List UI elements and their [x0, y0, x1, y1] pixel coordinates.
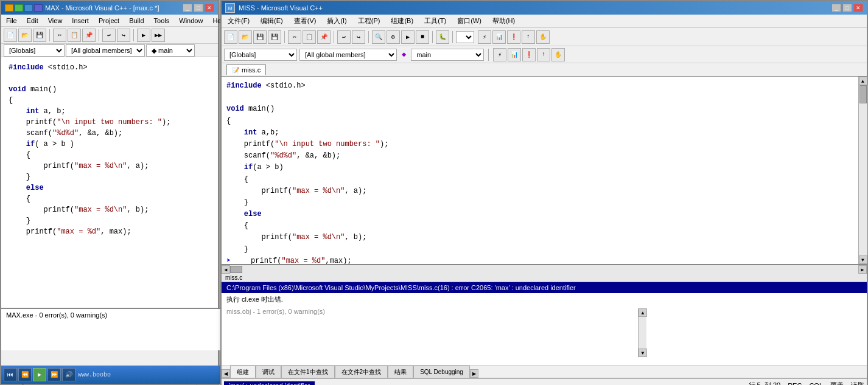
miss-tab-build[interactable]: 组建 — [230, 366, 256, 378]
miss-members-select[interactable]: [All global members] — [299, 49, 397, 61]
miss-tb2-btn5[interactable]: ✋ — [551, 48, 565, 61]
tb-paste[interactable]: 📌 — [82, 29, 96, 42]
tb-undo[interactable]: ↩ — [102, 29, 116, 42]
max-main-select[interactable]: ◆ main — [146, 44, 195, 57]
scroll-thumb[interactable] — [859, 85, 867, 103]
max-menu-window[interactable]: Window — [177, 16, 205, 25]
tb-save[interactable]: 💾 — [33, 29, 46, 42]
miss-tb-extra4[interactable]: ↑ — [522, 30, 535, 44]
miss-tb-open[interactable]: 📂 — [239, 30, 252, 44]
tabs-scroll-right[interactable]: ▶ — [470, 369, 478, 378]
tb-new[interactable]: 📄 — [4, 29, 17, 42]
miss-minimize-btn[interactable]: _ — [831, 4, 841, 12]
miss-tab-find2[interactable]: 在文件2中查找 — [335, 366, 388, 378]
scroll-right-btn[interactable]: ▶ — [858, 265, 867, 274]
miss-tb-debug[interactable]: 🐛 — [436, 30, 449, 44]
max-maximize-btn[interactable]: □ — [194, 4, 203, 12]
miss-tb-stop[interactable]: ■ — [416, 30, 429, 44]
miss-tb-undo[interactable]: ↩ — [337, 30, 351, 44]
max-menu-view[interactable]: View — [46, 16, 65, 25]
max-menu-build[interactable]: Build — [127, 16, 146, 25]
miss-menu-insert[interactable]: 插入(I) — [324, 16, 349, 26]
pb-forward-btn[interactable]: ⏩ — [47, 368, 61, 381]
miss-main-select[interactable]: main — [411, 49, 484, 61]
miss-output-line2: 执行 cl.exe 时出错. — [222, 293, 867, 306]
miss-code-editor[interactable]: #include <stdio.h> void main() { int a,b… — [222, 77, 858, 264]
max-menu-project[interactable]: Project — [96, 16, 122, 25]
miss-tb-extra1[interactable]: ⚡ — [478, 30, 491, 44]
miss-tab-results[interactable]: 结果 — [388, 366, 413, 378]
scroll-hthumb[interactable] — [230, 266, 242, 273]
miss-menu-project[interactable]: 工程(P) — [355, 16, 383, 26]
miss-scrollbar-v[interactable]: ▲ ▼ — [858, 77, 867, 264]
miss-tb-extra3[interactable]: ❗ — [507, 30, 520, 44]
miss-tb-save[interactable]: 💾 — [253, 30, 267, 44]
tb-cut[interactable]: ✂ — [53, 29, 66, 42]
miss-tab-find1[interactable]: 在文件1中查找 — [281, 366, 335, 378]
miss-menu-edit[interactable]: 编辑(E) — [258, 16, 285, 26]
miss-tb2-btn2[interactable]: 📊 — [508, 48, 521, 61]
pb-vol-btn[interactable]: 🔊 — [62, 368, 75, 381]
tb-build[interactable]: ▶ — [137, 29, 150, 42]
miss-tb-save2[interactable]: 💾 — [268, 30, 281, 44]
pb-play-btn[interactable]: ▶ — [33, 368, 46, 381]
scroll-down-btn[interactable]: ▼ — [859, 255, 867, 264]
miss-menu-help[interactable]: 帮助(H) — [490, 16, 517, 26]
max-menu-tools[interactable]: Tools — [152, 16, 172, 25]
miss-menu-build[interactable]: 组建(B) — [388, 16, 416, 26]
miss-tb-extra5[interactable]: ✋ — [536, 30, 550, 44]
miss-tb-extra[interactable] — [456, 31, 474, 43]
miss-tb-cut[interactable]: ✂ — [288, 30, 301, 44]
out-scroll-down[interactable]: ▼ — [639, 349, 647, 357]
pb-rewind-btn[interactable]: ⏪ — [18, 368, 32, 381]
code-line: printf("max = %d", max); — [9, 226, 211, 237]
tb-open[interactable]: 📂 — [18, 29, 32, 42]
miss-output-scrollbar[interactable]: ▲ ▼ — [638, 308, 646, 357]
scroll-up-btn[interactable]: ▲ — [859, 77, 867, 85]
max-minimize-btn[interactable]: _ — [183, 4, 192, 12]
miss-win-controls[interactable]: _ □ ✕ — [831, 4, 863, 12]
miss-tab-sql[interactable]: SQL Debugging — [413, 366, 470, 378]
tb-copy[interactable]: 📋 — [68, 29, 81, 42]
scroll-left-btn[interactable]: ◀ — [222, 265, 230, 274]
max-output-area: MAX.exe - 0 error(s), 0 warning(s) — [1, 308, 220, 350]
max-close-btn[interactable]: ✕ — [205, 4, 214, 12]
miss-maximize-btn[interactable]: □ — [842, 4, 852, 12]
miss-tb-run[interactable]: ▶ — [401, 30, 415, 44]
miss-globals-select[interactable]: [Globals] — [224, 49, 297, 61]
max-menu-edit[interactable]: Edit — [24, 16, 41, 25]
code-line: } — [9, 215, 211, 226]
miss-tb-extra2[interactable]: 📊 — [492, 30, 506, 44]
miss-tb-build[interactable]: ⚙ — [387, 30, 400, 44]
max-members-select[interactable]: [All global members] — [66, 44, 145, 57]
miss-tb2-btn1[interactable]: ⚡ — [493, 48, 506, 61]
miss-tb-find[interactable]: 🔍 — [372, 30, 385, 44]
miss-tab-debug[interactable]: 调试 — [256, 366, 281, 378]
tb-redo[interactable]: ↪ — [117, 29, 130, 42]
tabs-scroll-left[interactable]: ◀ — [222, 369, 230, 378]
miss-tb-new[interactable]: 📄 — [224, 30, 237, 44]
miss-tb2-btn3[interactable]: ❗ — [522, 48, 536, 61]
max-menu-file[interactable]: File — [4, 16, 19, 25]
code-line: void main() — [9, 84, 211, 95]
miss-menu-window[interactable]: 窗口(W) — [455, 16, 484, 26]
out-scroll-up[interactable]: ▲ — [639, 308, 647, 317]
miss-tb-copy[interactable]: 📋 — [303, 30, 316, 44]
miss-tb-paste[interactable]: 📌 — [317, 30, 331, 44]
max-globals-select[interactable]: [Globals] — [4, 44, 65, 57]
pb-prev-btn[interactable]: ⏮ — [4, 368, 17, 381]
miss-menu-view[interactable]: 查看(V) — [292, 16, 319, 26]
miss-menu-file[interactable]: 文件(F) — [225, 16, 252, 26]
miss-menu-tools[interactable]: 工具(T) — [422, 16, 449, 26]
code-line: if( a > b ) — [9, 139, 211, 150]
max-titlebar: MAX - Microsoft Visual C++ - [max.c *] _… — [1, 1, 218, 15]
max-menu-insert[interactable]: Insert — [69, 16, 91, 25]
taskbar-playback[interactable]: ⏮ ⏪ ▶ ⏩ 🔊 — [4, 368, 75, 381]
miss-doc-tab-missc[interactable]: 📝 miss.c — [226, 64, 266, 75]
max-win-controls[interactable]: _ □ ✕ — [183, 4, 214, 12]
miss-tb-redo[interactable]: ↪ — [352, 30, 365, 44]
miss-tb2-btn4[interactable]: ↑ — [537, 48, 550, 61]
miss-scrollbar-h[interactable]: ◀ ▶ — [222, 265, 867, 274]
miss-close-btn[interactable]: ✕ — [853, 4, 863, 12]
tb-run[interactable]: ▶▶ — [152, 29, 165, 42]
